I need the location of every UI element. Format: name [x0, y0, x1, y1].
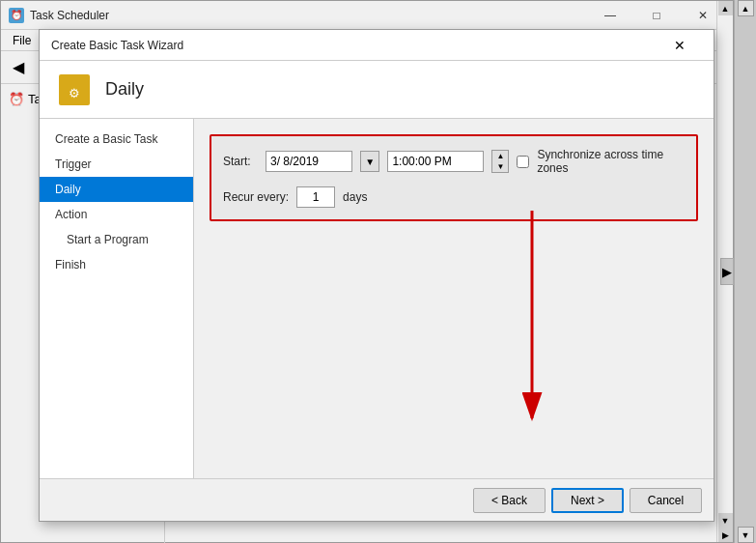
nav-item-start-program[interactable]: Start a Program	[40, 227, 193, 252]
back-btn[interactable]: < Back	[473, 488, 546, 513]
dialog-nav: Create a Basic Task Trigger Daily Action…	[40, 119, 194, 478]
settings-box: Start: ▼ ▲ ▼ Synchronize across time zon…	[210, 134, 698, 221]
nav-item-daily[interactable]: Daily	[40, 177, 193, 202]
days-label: days	[343, 190, 367, 204]
ts-back-btn[interactable]: ◀	[5, 54, 32, 81]
dialog-header-title: Daily	[105, 79, 144, 100]
create-task-wizard-dialog: Create Basic Task Wizard ✕ ⚙ Daily Creat…	[39, 29, 714, 522]
time-spin-up[interactable]: ▲	[492, 151, 508, 161]
ts-titlebar: ⏰ Task Scheduler — □ ✕	[1, 1, 733, 30]
calendar-btn[interactable]: ▼	[360, 151, 379, 172]
ts-title: Task Scheduler	[30, 9, 588, 22]
scroll-down-btn[interactable]: ▼	[718, 513, 733, 528]
start-label: Start:	[223, 155, 258, 168]
ts-maximize-btn[interactable]: □	[634, 1, 679, 30]
ts-app-icon: ⏰	[9, 8, 24, 23]
recur-label: Recur every:	[223, 190, 289, 204]
outer-scroll-up[interactable]: ▲	[738, 0, 754, 16]
recur-input[interactable]	[296, 186, 335, 208]
dialog-title: Create Basic Task Wizard	[51, 39, 658, 52]
nav-item-trigger[interactable]: Trigger	[40, 152, 193, 177]
start-row: Start: ▼ ▲ ▼ Synchronize across time zon…	[223, 148, 685, 175]
ts-nav-icon: ⏰	[9, 92, 24, 106]
outer-scrollbar: ▲ ▼	[734, 0, 756, 543]
dialog-header: ⚙ Daily	[40, 61, 714, 119]
nav-item-finish[interactable]: Finish	[40, 252, 193, 277]
cancel-btn[interactable]: Cancel	[630, 488, 702, 513]
dialog-right-panel: Start: ▼ ▲ ▼ Synchronize across time zon…	[194, 119, 714, 478]
date-input[interactable]	[266, 151, 352, 172]
nav-item-action[interactable]: Action	[40, 202, 193, 227]
time-input[interactable]	[387, 151, 484, 172]
scroll-right-btn[interactable]: ▶	[718, 528, 733, 542]
next-btn[interactable]: Next >	[551, 488, 624, 513]
nav-item-create-basic-task[interactable]: Create a Basic Task	[40, 127, 193, 152]
time-spinner: ▲ ▼	[491, 150, 509, 173]
ts-minimize-btn[interactable]: —	[588, 1, 632, 30]
menu-file[interactable]: File	[5, 32, 39, 49]
recur-row: Recur every: days	[223, 186, 685, 208]
svg-text:⚙: ⚙	[69, 86, 80, 100]
sync-checkbox[interactable]	[517, 156, 529, 168]
ts-window-controls: — □ ✕	[588, 1, 725, 30]
outer-scroll-down[interactable]: ▼	[738, 527, 754, 543]
right-arrow-icon: ▶	[722, 265, 732, 279]
dialog-footer: < Back Next > Cancel	[40, 478, 714, 521]
dialog-close-btn[interactable]: ✕	[658, 30, 702, 61]
dialog-header-icon: ⚙	[55, 71, 94, 109]
sync-label: Synchronize across time zones	[537, 148, 685, 175]
dialog-titlebar: Create Basic Task Wizard ✕	[40, 30, 714, 61]
scroll-up-btn[interactable]: ▲	[718, 1, 733, 15]
outer-right-arrow[interactable]: ▶	[720, 258, 734, 285]
time-spin-down[interactable]: ▼	[492, 161, 508, 172]
dialog-content: Create a Basic Task Trigger Daily Action…	[40, 119, 714, 478]
